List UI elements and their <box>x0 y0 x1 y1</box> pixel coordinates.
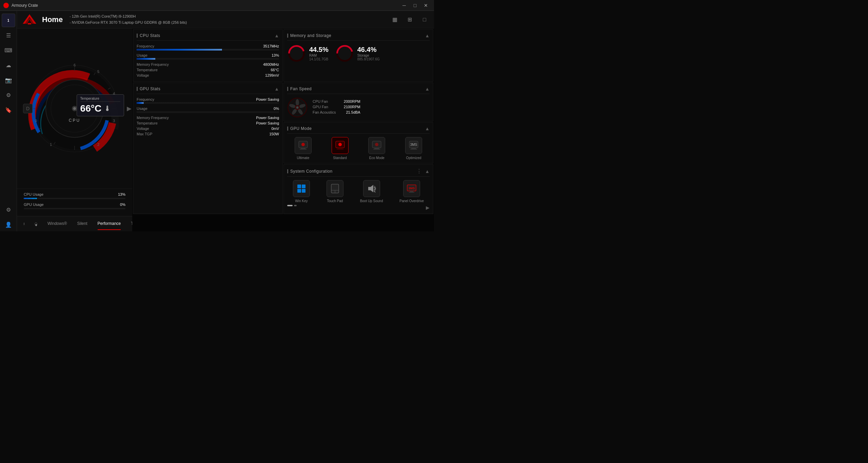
memory-expand[interactable]: ▲ <box>425 33 430 38</box>
ram-gauge <box>287 44 306 63</box>
sidebar-item-user[interactable]: 👤 <box>2 218 15 231</box>
sidebar-item-sliders[interactable]: ⚙ <box>2 88 15 102</box>
touchpad-item[interactable]: Touch Pad <box>327 180 343 203</box>
memory-grid: 44.5% RAM 14.1/31.7GB <box>287 44 430 63</box>
close-button[interactable]: ✕ <box>421 2 431 9</box>
cpu-stats-header: CPU Stats ▲ <box>137 33 279 41</box>
temp-value: 66°C 🌡 <box>80 103 120 114</box>
cpu-memfreq-value: 4800MHz <box>263 62 279 66</box>
perf-dot-add[interactable]: + <box>35 223 37 225</box>
gpu-mode-grid: Ultimate <box>287 137 430 160</box>
svg-text:5: 5 <box>97 70 99 74</box>
svg-rect-48 <box>337 149 343 150</box>
gpu-mode-ultimate[interactable]: Ultimate <box>295 137 312 160</box>
cpu-temp-value: 66°C <box>271 68 279 72</box>
sidebar-item-bookmark[interactable]: 🔖 <box>2 103 15 117</box>
cpu-stats-expand[interactable]: ▲ <box>274 33 279 38</box>
config-next-arrow[interactable]: ▶ <box>426 205 430 210</box>
svg-text:6: 6 <box>74 63 76 67</box>
sidebar-item-camera[interactable]: 📷 <box>2 73 15 87</box>
sidebar: 1 ☰ ⌨ ☁ 📷 ⚙ 🔖 ⚙ 👤 <box>0 11 17 231</box>
layout-button[interactable]: ⊞ <box>404 14 415 25</box>
svg-line-66 <box>374 191 375 192</box>
standard-icon <box>332 137 349 154</box>
svg-rect-2 <box>28 23 31 24</box>
perf-dot-left[interactable] <box>24 223 24 225</box>
title-bar: Armoury Crate ─ □ ✕ <box>0 0 434 11</box>
panel-overdrive-label: Panel Overdrive <box>399 199 424 203</box>
gpu-mode-header: GPU Mode ▲ <box>287 126 430 134</box>
gpu-memfreq-row: Memory Frequency Power Saving <box>137 116 279 120</box>
svg-rect-59 <box>302 185 305 188</box>
perf-tab-silent[interactable]: Silent <box>77 218 87 230</box>
gpu-freq-fill <box>137 102 144 104</box>
sidebar-item-keyboard[interactable]: ⌨ <box>2 43 15 57</box>
standard-label: Standard <box>333 156 347 160</box>
cpu-usage-header: CPU Usage 13% <box>24 192 125 196</box>
storage-item: 46.4% Storage 885.8/1907.6G <box>335 44 380 63</box>
storage-percent: 46.4% <box>357 46 380 54</box>
storage-detail: 885.8/1907.6G <box>357 57 380 61</box>
sys-config-expand[interactable]: ▲ <box>425 169 430 174</box>
acoustics-value: 21.5dBA <box>346 110 360 114</box>
svg-point-41 <box>296 107 298 109</box>
sys-config-more[interactable]: ⋮ <box>416 168 422 174</box>
view-toggle-button[interactable]: ▦ <box>389 14 400 25</box>
thermometer-icon: 🌡 <box>104 105 111 113</box>
perf-tab-windows[interactable]: Windows® <box>47 218 67 230</box>
sidebar-item-home[interactable]: 1 <box>2 14 15 27</box>
maximize-button[interactable]: □ <box>410 2 420 9</box>
gpu-voltage-value: 0mV <box>271 127 279 131</box>
header-right: ▦ ⊞ □ <box>389 14 430 25</box>
svg-point-9 <box>73 107 76 110</box>
svg-rect-70 <box>409 192 414 193</box>
svg-point-49 <box>338 143 342 146</box>
gpu-mode-optimized[interactable]: 3MS Optimized <box>405 137 422 160</box>
sidebar-item-hamburger[interactable]: ☰ <box>2 28 15 42</box>
win-key-label: Win Key <box>295 199 308 203</box>
cpu-freq-value: 3517MHz <box>263 44 279 48</box>
cpu-temp-row: Temperature 66°C <box>137 68 279 72</box>
right-top-col: Fan Speed ▲ <box>283 82 433 214</box>
bootup-sound-item[interactable]: Boot Up Sound <box>360 180 383 203</box>
config-dot-2[interactable] <box>294 205 297 206</box>
optimized-label: Optimized <box>406 156 421 160</box>
gpu-usage-header: GPU Usage 0% <box>24 202 125 207</box>
hamburger-icon: ☰ <box>6 32 11 39</box>
sidebar-item-cloud[interactable]: ☁ <box>2 58 15 72</box>
config-dot-1[interactable] <box>287 205 293 206</box>
gpu-voltage-label: Voltage <box>137 127 149 131</box>
win-key-item[interactable]: Win Key <box>293 180 310 203</box>
gpu-stats-title: GPU Stats <box>137 86 160 91</box>
minimize-button[interactable]: ─ <box>399 2 409 9</box>
bookmark-icon: 🔖 <box>5 107 12 113</box>
bootup-sound-label: Boot Up Sound <box>360 199 383 203</box>
gpu-mode-panel: GPU Mode ▲ <box>283 122 433 163</box>
gpu-freq-row: Frequency Power Saving <box>137 97 279 101</box>
d-key-indicator[interactable]: D <box>23 104 33 113</box>
bootup-sound-icon <box>363 180 380 197</box>
gpu-mode-eco[interactable]: Eco Mode <box>368 137 385 160</box>
svg-rect-61 <box>302 189 305 193</box>
cpu-voltage-row: Voltage 1299mV <box>137 73 279 77</box>
right-scroll-arrow[interactable]: ▶ <box>127 105 132 112</box>
svg-rect-55 <box>411 148 416 149</box>
svg-text:1: 1 <box>50 142 52 147</box>
gpu-mode-standard[interactable]: Standard <box>332 137 349 160</box>
fan-wheel <box>287 97 308 118</box>
fan-expand[interactable]: ▲ <box>425 86 430 92</box>
cpu-usage-stat-row: Usage 13% <box>137 53 279 57</box>
eco-icon <box>368 137 385 154</box>
camera-icon: 📷 <box>5 77 12 83</box>
cpu-stats-panel: CPU Stats ▲ Frequency 3517MHz Usage <box>133 29 283 82</box>
panel-overdrive-item[interactable]: 3MS Panel Overdrive <box>399 180 424 203</box>
gpu-mode-expand[interactable]: ▲ <box>425 126 430 131</box>
cpu-usage-bar-bg <box>24 198 125 199</box>
sidebar-item-settings[interactable]: ⚙ <box>2 203 15 216</box>
storage-gauge <box>335 44 354 63</box>
svg-rect-47 <box>338 148 342 149</box>
expand-button[interactable]: □ <box>419 14 430 25</box>
perf-tab-performance[interactable]: Performance <box>98 218 121 230</box>
cpu-fan-row: CPU Fan 2000RPM <box>313 99 360 103</box>
gpu-stats-expand[interactable]: ▲ <box>274 86 279 92</box>
